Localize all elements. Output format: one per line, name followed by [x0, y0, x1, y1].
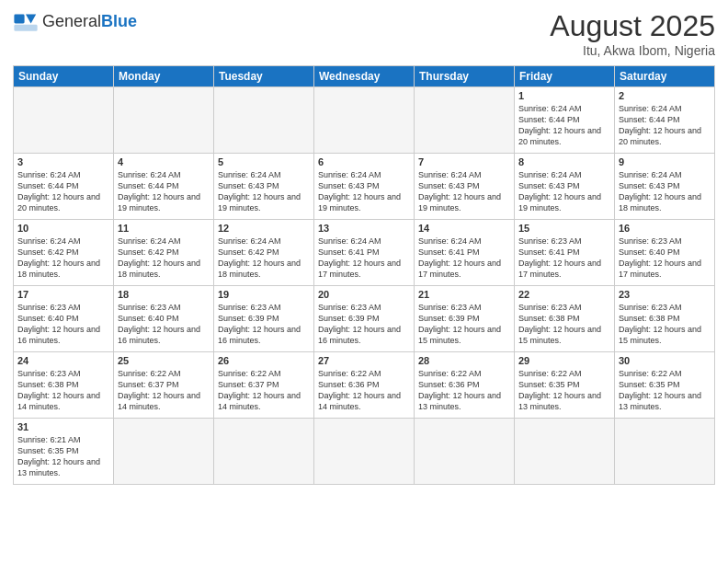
- svg-marker-1: [26, 15, 36, 24]
- table-row: 20Sunrise: 6:23 AM Sunset: 6:39 PM Dayli…: [314, 286, 415, 352]
- day-number: 29: [518, 355, 610, 366]
- calendar-subtitle: Itu, Akwa Ibom, Nigeria: [550, 43, 715, 58]
- day-number: 1: [518, 90, 610, 101]
- day-info: Sunrise: 6:24 AM Sunset: 6:43 PM Dayligh…: [418, 169, 510, 214]
- day-info: Sunrise: 6:24 AM Sunset: 6:43 PM Dayligh…: [518, 169, 610, 214]
- day-info: Sunrise: 6:24 AM Sunset: 6:44 PM Dayligh…: [118, 169, 210, 214]
- day-info: Sunrise: 6:23 AM Sunset: 6:40 PM Dayligh…: [17, 302, 109, 347]
- day-number: 16: [619, 223, 711, 234]
- day-number: 2: [619, 90, 711, 101]
- table-row: 13Sunrise: 6:24 AM Sunset: 6:41 PM Dayli…: [314, 220, 415, 286]
- table-row: 10Sunrise: 6:24 AM Sunset: 6:42 PM Dayli…: [14, 220, 114, 286]
- title-block: August 2025 Itu, Akwa Ibom, Nigeria: [550, 9, 715, 58]
- day-info: Sunrise: 6:24 AM Sunset: 6:43 PM Dayligh…: [619, 169, 711, 214]
- svg-rect-2: [14, 25, 37, 31]
- table-row: [214, 87, 314, 154]
- day-number: 24: [17, 355, 109, 366]
- day-number: 28: [418, 355, 510, 366]
- table-row: 5Sunrise: 6:24 AM Sunset: 6:43 PM Daylig…: [214, 154, 314, 220]
- calendar-header-row: Sunday Monday Tuesday Wednesday Thursday…: [14, 66, 715, 87]
- table-row: [515, 419, 615, 485]
- col-monday: Monday: [114, 66, 214, 87]
- table-row: 14Sunrise: 6:24 AM Sunset: 6:41 PM Dayli…: [415, 220, 515, 286]
- day-info: Sunrise: 6:23 AM Sunset: 6:39 PM Dayligh…: [418, 302, 510, 347]
- table-row: [415, 87, 515, 154]
- col-tuesday: Tuesday: [214, 66, 314, 87]
- day-info: Sunrise: 6:24 AM Sunset: 6:44 PM Dayligh…: [518, 103, 610, 148]
- table-row: [114, 87, 214, 154]
- day-info: Sunrise: 6:24 AM Sunset: 6:44 PM Dayligh…: [619, 103, 711, 148]
- day-info: Sunrise: 6:24 AM Sunset: 6:41 PM Dayligh…: [418, 236, 510, 281]
- table-row: 15Sunrise: 6:23 AM Sunset: 6:41 PM Dayli…: [515, 220, 615, 286]
- day-info: Sunrise: 6:22 AM Sunset: 6:36 PM Dayligh…: [318, 368, 410, 413]
- table-row: 28Sunrise: 6:22 AM Sunset: 6:36 PM Dayli…: [415, 352, 515, 419]
- table-row: [214, 419, 314, 485]
- table-row: 21Sunrise: 6:23 AM Sunset: 6:39 PM Dayli…: [415, 286, 515, 352]
- table-row: 29Sunrise: 6:22 AM Sunset: 6:35 PM Dayli…: [515, 352, 615, 419]
- calendar-week-row: 17Sunrise: 6:23 AM Sunset: 6:40 PM Dayli…: [14, 286, 715, 352]
- day-info: Sunrise: 6:22 AM Sunset: 6:35 PM Dayligh…: [518, 368, 610, 413]
- day-number: 14: [418, 223, 510, 234]
- day-number: 20: [318, 289, 410, 300]
- day-number: 17: [17, 289, 109, 300]
- day-number: 12: [218, 223, 310, 234]
- table-row: [415, 419, 515, 485]
- col-friday: Friday: [515, 66, 615, 87]
- day-info: Sunrise: 6:23 AM Sunset: 6:38 PM Dayligh…: [17, 368, 109, 413]
- day-info: Sunrise: 6:23 AM Sunset: 6:41 PM Dayligh…: [518, 236, 610, 281]
- day-info: Sunrise: 6:22 AM Sunset: 6:37 PM Dayligh…: [218, 368, 310, 413]
- table-row: 25Sunrise: 6:22 AM Sunset: 6:37 PM Dayli…: [114, 352, 214, 419]
- table-row: 30Sunrise: 6:22 AM Sunset: 6:35 PM Dayli…: [615, 352, 715, 419]
- day-info: Sunrise: 6:22 AM Sunset: 6:37 PM Dayligh…: [118, 368, 210, 413]
- calendar-title: August 2025: [550, 9, 715, 43]
- table-row: 9Sunrise: 6:24 AM Sunset: 6:43 PM Daylig…: [615, 154, 715, 220]
- logo: GeneralBlue: [13, 9, 137, 35]
- day-info: Sunrise: 6:23 AM Sunset: 6:40 PM Dayligh…: [118, 302, 210, 347]
- day-number: 13: [318, 223, 410, 234]
- day-number: 8: [518, 156, 610, 167]
- table-row: [615, 419, 715, 485]
- calendar-table: Sunday Monday Tuesday Wednesday Thursday…: [13, 65, 715, 485]
- table-row: 7Sunrise: 6:24 AM Sunset: 6:43 PM Daylig…: [415, 154, 515, 220]
- table-row: 23Sunrise: 6:23 AM Sunset: 6:38 PM Dayli…: [615, 286, 715, 352]
- day-number: 9: [619, 156, 711, 167]
- day-number: 25: [118, 355, 210, 366]
- table-row: 12Sunrise: 6:24 AM Sunset: 6:42 PM Dayli…: [214, 220, 314, 286]
- day-info: Sunrise: 6:23 AM Sunset: 6:40 PM Dayligh…: [619, 236, 711, 281]
- col-sunday: Sunday: [14, 66, 114, 87]
- day-number: 11: [118, 223, 210, 234]
- table-row: 26Sunrise: 6:22 AM Sunset: 6:37 PM Dayli…: [214, 352, 314, 419]
- day-info: Sunrise: 6:23 AM Sunset: 6:39 PM Dayligh…: [318, 302, 410, 347]
- day-number: 7: [418, 156, 510, 167]
- day-number: 15: [518, 223, 610, 234]
- calendar-week-row: 1Sunrise: 6:24 AM Sunset: 6:44 PM Daylig…: [14, 87, 715, 154]
- day-number: 5: [218, 156, 310, 167]
- svg-rect-0: [14, 15, 24, 24]
- table-row: 3Sunrise: 6:24 AM Sunset: 6:44 PM Daylig…: [14, 154, 114, 220]
- table-row: 6Sunrise: 6:24 AM Sunset: 6:43 PM Daylig…: [314, 154, 415, 220]
- table-row: 31Sunrise: 6:21 AM Sunset: 6:35 PM Dayli…: [14, 419, 114, 485]
- day-info: Sunrise: 6:22 AM Sunset: 6:36 PM Dayligh…: [418, 368, 510, 413]
- day-info: Sunrise: 6:24 AM Sunset: 6:41 PM Dayligh…: [318, 236, 410, 281]
- day-info: Sunrise: 6:24 AM Sunset: 6:42 PM Dayligh…: [17, 236, 109, 281]
- col-saturday: Saturday: [615, 66, 715, 87]
- day-number: 22: [518, 289, 610, 300]
- page: GeneralBlue August 2025 Itu, Akwa Ibom, …: [0, 0, 728, 563]
- day-info: Sunrise: 6:24 AM Sunset: 6:44 PM Dayligh…: [17, 169, 109, 214]
- col-thursday: Thursday: [415, 66, 515, 87]
- day-info: Sunrise: 6:24 AM Sunset: 6:42 PM Dayligh…: [118, 236, 210, 281]
- table-row: 22Sunrise: 6:23 AM Sunset: 6:38 PM Dayli…: [515, 286, 615, 352]
- day-number: 4: [118, 156, 210, 167]
- table-row: 24Sunrise: 6:23 AM Sunset: 6:38 PM Dayli…: [14, 352, 114, 419]
- table-row: 8Sunrise: 6:24 AM Sunset: 6:43 PM Daylig…: [515, 154, 615, 220]
- day-info: Sunrise: 6:24 AM Sunset: 6:42 PM Dayligh…: [218, 236, 310, 281]
- day-info: Sunrise: 6:22 AM Sunset: 6:35 PM Dayligh…: [619, 368, 711, 413]
- table-row: [114, 419, 214, 485]
- day-number: 19: [218, 289, 310, 300]
- generalblue-logo-icon: [13, 9, 39, 35]
- table-row: 27Sunrise: 6:22 AM Sunset: 6:36 PM Dayli…: [314, 352, 415, 419]
- day-number: 21: [418, 289, 510, 300]
- table-row: 19Sunrise: 6:23 AM Sunset: 6:39 PM Dayli…: [214, 286, 314, 352]
- calendar-week-row: 24Sunrise: 6:23 AM Sunset: 6:38 PM Dayli…: [14, 352, 715, 419]
- day-info: Sunrise: 6:21 AM Sunset: 6:35 PM Dayligh…: [17, 434, 109, 479]
